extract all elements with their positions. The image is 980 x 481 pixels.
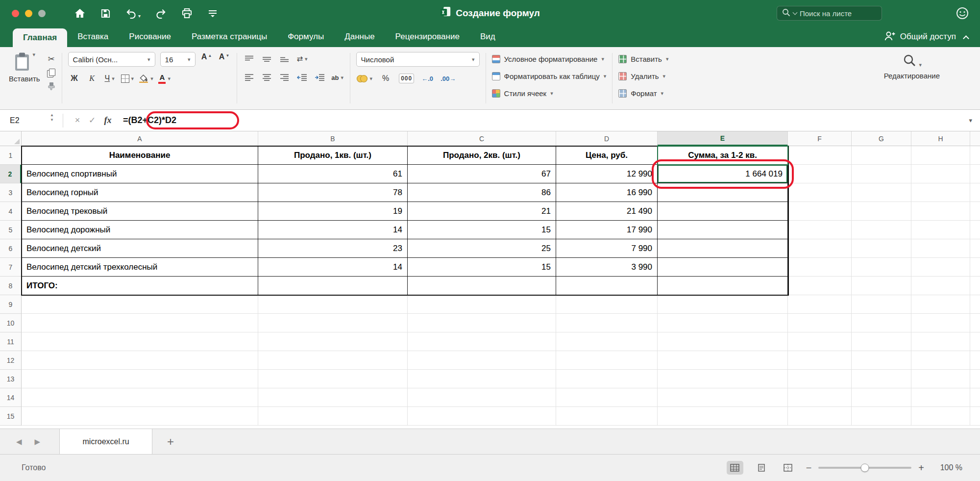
cell-H5[interactable] bbox=[911, 221, 970, 239]
align-right-button[interactable] bbox=[278, 71, 291, 84]
cell-F9[interactable] bbox=[788, 295, 852, 314]
add-sheet-button[interactable]: + bbox=[167, 435, 174, 449]
home-button[interactable] bbox=[74, 8, 86, 19]
cell-E7[interactable] bbox=[658, 258, 788, 277]
row-header-5[interactable]: 5 bbox=[0, 221, 22, 239]
tab-vid[interactable]: Вид bbox=[470, 26, 506, 47]
cell-C7[interactable]: 15 bbox=[408, 258, 556, 277]
cell-A6[interactable]: Велосипед детский bbox=[22, 239, 258, 258]
cell-D7[interactable]: 3 990 bbox=[556, 258, 658, 277]
column-header-F[interactable]: F bbox=[788, 131, 852, 146]
cell-B8[interactable] bbox=[258, 277, 408, 295]
italic-button[interactable]: К bbox=[86, 72, 98, 85]
cell-D13[interactable] bbox=[556, 370, 658, 388]
cell-A15[interactable] bbox=[22, 407, 258, 426]
cell-D4[interactable]: 21 490 bbox=[556, 202, 658, 221]
cell-A10[interactable] bbox=[22, 314, 258, 332]
increase-decimal-button[interactable]: ←.0 bbox=[421, 72, 434, 85]
align-top-button[interactable] bbox=[243, 52, 256, 66]
page-break-view-button[interactable] bbox=[780, 461, 796, 475]
column-header-D[interactable]: D bbox=[556, 131, 658, 146]
conditional-formatting-button[interactable]: Условное форматирование ▾ bbox=[492, 52, 607, 66]
cell-G11[interactable] bbox=[852, 332, 911, 351]
row-header-4[interactable]: 4 bbox=[0, 202, 22, 221]
cell-B2[interactable]: 61 bbox=[258, 165, 408, 183]
cell-H2[interactable] bbox=[911, 165, 970, 183]
cell-H4[interactable] bbox=[911, 202, 970, 221]
cell-D2[interactable]: 12 990 bbox=[556, 165, 658, 183]
tab-retsenzirovanie[interactable]: Рецензирование bbox=[385, 26, 470, 47]
row-header-2[interactable]: 2 bbox=[0, 165, 22, 183]
align-middle-button[interactable] bbox=[261, 52, 273, 66]
paste-button[interactable]: ▾ Вставить bbox=[9, 52, 40, 83]
cell-G3[interactable] bbox=[852, 183, 911, 202]
zoom-slider[interactable] bbox=[818, 467, 911, 469]
formula-bar-expand-caret[interactable]: ▾ bbox=[969, 117, 980, 124]
normal-view-button[interactable] bbox=[727, 461, 743, 475]
cell-F13[interactable] bbox=[788, 370, 852, 388]
tab-risovanie[interactable]: Рисование bbox=[119, 26, 181, 47]
cell-B1[interactable]: Продано, 1кв. (шт.) bbox=[258, 146, 408, 165]
column-header-G[interactable]: G bbox=[852, 131, 911, 146]
cell-C13[interactable] bbox=[408, 370, 556, 388]
undo-button[interactable]: ▾ bbox=[125, 8, 141, 19]
cell-B4[interactable]: 19 bbox=[258, 202, 408, 221]
comma-style-button[interactable]: 000 bbox=[399, 74, 414, 83]
borders-button[interactable]: ▾ bbox=[121, 72, 134, 85]
search-input[interactable]: Поиск на листе bbox=[777, 6, 882, 21]
bold-button[interactable]: Ж bbox=[68, 72, 81, 85]
cell-G10[interactable] bbox=[852, 314, 911, 332]
fill-color-button[interactable]: ▾ bbox=[139, 72, 153, 85]
cell-C15[interactable] bbox=[408, 407, 556, 426]
tab-glavnaya[interactable]: Главная bbox=[13, 28, 67, 47]
cell-G8[interactable] bbox=[852, 277, 911, 295]
cell-F2[interactable] bbox=[788, 165, 852, 183]
cell-H9[interactable] bbox=[911, 295, 970, 314]
cell-C4[interactable]: 21 bbox=[408, 202, 556, 221]
cell-C12[interactable] bbox=[408, 351, 556, 370]
row-header-11[interactable]: 11 bbox=[0, 332, 22, 351]
cell-E2[interactable]: 1 664 019 bbox=[658, 165, 788, 183]
cell-G6[interactable] bbox=[852, 239, 911, 258]
cell-B10[interactable] bbox=[258, 314, 408, 332]
cell-D11[interactable] bbox=[556, 332, 658, 351]
row-header-9[interactable]: 9 bbox=[0, 295, 22, 314]
cell-H10[interactable] bbox=[911, 314, 970, 332]
cell-H12[interactable] bbox=[911, 351, 970, 370]
column-header-H[interactable]: H bbox=[911, 131, 970, 146]
fullscreen-button[interactable] bbox=[38, 10, 46, 17]
tab-razmetka-stranitsy[interactable]: Разметка страницы bbox=[181, 26, 277, 47]
cell-A4[interactable]: Велосипед трековый bbox=[22, 202, 258, 221]
cell-H1[interactable] bbox=[911, 146, 970, 165]
cell-C10[interactable] bbox=[408, 314, 556, 332]
align-left-button[interactable] bbox=[243, 71, 256, 84]
row-header-10[interactable]: 10 bbox=[0, 314, 22, 332]
name-box-spinner[interactable]: ▲ ▼ bbox=[50, 113, 54, 122]
cell-C9[interactable] bbox=[408, 295, 556, 314]
column-header-A[interactable]: A bbox=[22, 131, 258, 146]
zoom-out-button[interactable]: − bbox=[806, 462, 812, 474]
cell-E12[interactable] bbox=[658, 351, 788, 370]
cell-E13[interactable] bbox=[658, 370, 788, 388]
cell-B14[interactable] bbox=[258, 388, 408, 407]
cell-F4[interactable] bbox=[788, 202, 852, 221]
cell-D5[interactable]: 17 990 bbox=[556, 221, 658, 239]
cell-F1[interactable] bbox=[788, 146, 852, 165]
increase-indent-button[interactable] bbox=[314, 71, 326, 84]
prev-sheet-button[interactable]: ◀ bbox=[10, 437, 28, 446]
collapse-ribbon-button[interactable] bbox=[963, 35, 969, 42]
cell-G15[interactable] bbox=[852, 407, 911, 426]
cell-A9[interactable] bbox=[22, 295, 258, 314]
cell-F5[interactable] bbox=[788, 221, 852, 239]
align-center-button[interactable] bbox=[261, 71, 273, 84]
minimize-button[interactable] bbox=[25, 10, 32, 17]
share-button[interactable]: Общий доступ bbox=[884, 26, 956, 47]
cell-E1[interactable]: Сумма, за 1-2 кв. bbox=[658, 146, 788, 165]
cell-A11[interactable] bbox=[22, 332, 258, 351]
cell-G7[interactable] bbox=[852, 258, 911, 277]
cell-D6[interactable]: 7 990 bbox=[556, 239, 658, 258]
cell-G12[interactable] bbox=[852, 351, 911, 370]
cell-A2[interactable]: Велосипед спортивный bbox=[22, 165, 258, 183]
tab-vstavka[interactable]: Вставка bbox=[67, 26, 119, 47]
increase-font-size-button[interactable]: A▲ bbox=[200, 52, 213, 66]
